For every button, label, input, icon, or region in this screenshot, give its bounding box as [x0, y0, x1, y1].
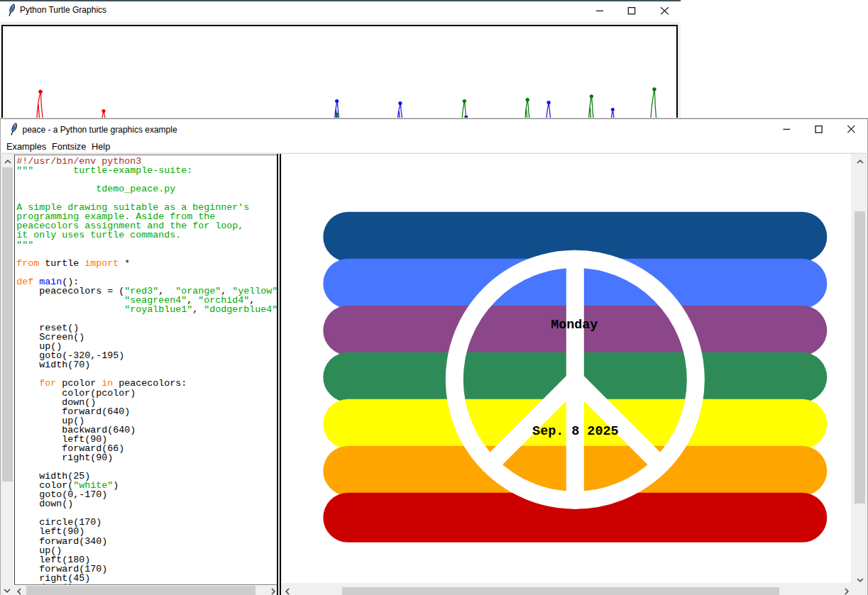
- svg-text:Monday: Monday: [551, 318, 598, 333]
- svg-text:Sep. 8 2025: Sep. 8 2025: [532, 424, 618, 439]
